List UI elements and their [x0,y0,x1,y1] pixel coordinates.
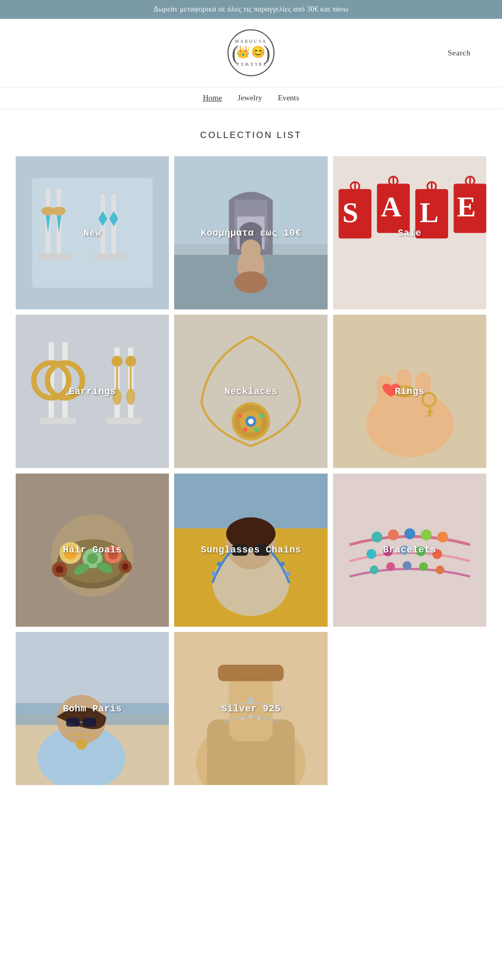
top-banner: Δωρεάν μεταφορικά σε όλες τις παραγγελίε… [0,0,502,19]
collection-section: COLLECTION LIST [0,109,502,816]
collection-item-earrings[interactable]: Earrings [16,315,169,468]
nav-jewelry[interactable]: Jewelry [238,94,263,102]
main-nav: Home Jewelry Events [0,87,502,109]
collection-item-sale[interactable]: S A L E Sale [333,156,486,309]
item-silver-label: Silver 925 [174,632,327,785]
nav-events[interactable]: Events [278,94,299,102]
item-hair-label: Hair Goals [16,474,169,627]
logo-arc-top: MAROUVA [235,39,267,44]
collection-grid: New [16,156,486,785]
collection-item-kos[interactable]: Κοσμήματα εως 10€ [174,156,327,309]
logo-face: 👑😊 [235,45,267,60]
logo: ( MAROUVA 👑😊 YRLEWEJ ) [227,29,275,76]
search-button[interactable]: Search [448,49,471,57]
nav-home[interactable]: Home [203,94,222,102]
collection-item-hair[interactable]: Hair Goals [16,474,169,627]
item-sale-label: Sale [333,156,486,309]
header: ( MAROUVA 👑😊 YRLEWEJ ) Search [0,19,502,87]
collection-item-rings[interactable]: Rings [333,315,486,468]
item-kos-label: Κοσμήματα εως 10€ [174,156,327,309]
item-necklaces-label: Necklaces [174,315,327,468]
logo-circle: ( MAROUVA 👑😊 YRLEWEJ ) [227,29,275,76]
logo-bracket-right: ) [264,41,270,65]
item-rings-label: Rings [333,315,486,468]
collection-item-sunglasses[interactable]: Sunglasses Chains [174,474,327,627]
collection-item-silver[interactable]: Silver 925 [174,632,327,785]
search-label: Search [448,49,471,57]
item-sunglasses-label: Sunglasses Chains [174,474,327,627]
item-earrings-label: Earrings [16,315,169,468]
collection-item-necklaces[interactable]: Necklaces [174,315,327,468]
collection-item-bohm[interactable]: Bohm Paris [16,632,169,785]
logo-arc-bottom: YRLEWEJ [236,61,266,66]
footer-space [0,816,502,921]
logo-inner: MAROUVA 👑😊 YRLEWEJ [235,39,267,67]
item-bohm-label: Bohm Paris [16,632,169,785]
collection-title: COLLECTION LIST [10,130,492,141]
collection-item-bracelets[interactable]: Bracelets [333,474,486,627]
item-new-label: New [16,156,169,309]
collection-item-new[interactable]: New [16,156,169,309]
item-bracelets-label: Bracelets [333,474,486,627]
banner-text: Δωρεάν μεταφορικά σε όλες τις παραγγελίε… [154,5,349,13]
